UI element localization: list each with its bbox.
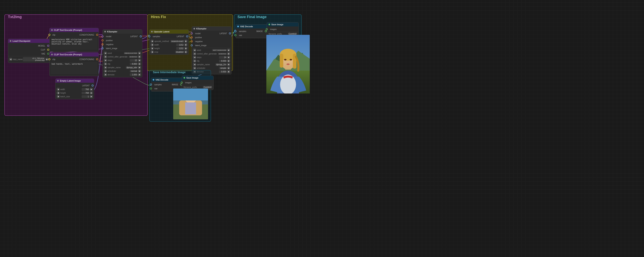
port-clip-in-positive: clip CONDITIONING [50, 33, 98, 37]
vae-decode-final-dot [237, 26, 239, 27]
width-field[interactable]: ◀ width 768 ▶ [56, 87, 94, 91]
svg-point-18 [290, 59, 292, 60]
svg-point-19 [286, 63, 290, 65]
ul-width-field[interactable]: ◀ width 1152 ▶ [150, 43, 188, 46]
height-field[interactable]: ◀ height 768 ▶ [56, 91, 94, 95]
node-upscale-latent-title: Upscale Latent [150, 30, 188, 34]
port-latent-out: LATENT [56, 84, 94, 87]
port-vae-out: VAE [8, 52, 50, 56]
port-clip-in-negative: clip CONDITIONING [50, 57, 98, 61]
node-ksampler-hiresfix-title: KSampler [192, 27, 231, 31]
port-vae-in-vd2: vae [236, 33, 267, 37]
k1-sampler-field[interactable]: ◀ sampler_name dpmpp_sde ▶ [103, 66, 142, 69]
k2-scheduler-field[interactable]: ◀ scheduler simple ▶ [192, 66, 231, 70]
k1-denoise-field[interactable]: ◀ denoise 1.000 ▶ [103, 73, 142, 76]
vae-decode-int-dot [153, 79, 154, 81]
node-empty-latent: Empty Latent Image LATENT ◀ width 768 ▶ … [55, 79, 94, 99]
node-save-image-final-title: Save Image [267, 22, 298, 26]
width-prev-btn[interactable]: ◀ [57, 88, 60, 91]
save-img-int-dot [184, 77, 185, 79]
port-positive-in-k1: positive [103, 38, 142, 42]
ul-crop-field[interactable]: ◀ crop disabled ▶ [150, 50, 188, 54]
k2-steps-field[interactable]: ◀ steps 14 ▶ [192, 55, 231, 59]
k2-seed-field[interactable]: ◀ seed 469771604043268 ▶ [192, 48, 231, 52]
node-save-image-intermediate: Save Image images filename_prefix ComfyU… [182, 76, 214, 90]
node-clip-negative: CLIP Text Encode (Prompt) clip CONDITION… [49, 52, 99, 76]
thumbnail-intermediate [173, 88, 208, 119]
batch-prev-btn[interactable]: ◀ [57, 95, 60, 98]
svg-rect-4 [185, 102, 196, 114]
ckpt-prev-btn[interactable]: ◀ [9, 58, 12, 61]
port-model-out: MODEL [8, 44, 50, 48]
node-load-checkpoint: Load Checkpoint MODEL CLIP VAE ◀ ckpt_na… [8, 39, 50, 63]
node-load-checkpoint-title: Load Checkpoint [8, 39, 50, 43]
clip-negative-dot [51, 54, 53, 55]
width-next-btn[interactable]: ▶ [90, 88, 93, 91]
clip-positive-dot [51, 29, 53, 31]
port-model-in-k1: model LATENT [103, 34, 142, 38]
k1-scheduler-field[interactable]: ◀ scheduler normal ▶ [103, 69, 142, 73]
port-positive-in-k2: positive [192, 35, 231, 39]
positive-prompt-input[interactable]: masterpiece HDR victorian portrait paint… [51, 38, 97, 49]
node-clip-positive: CLIP Text Encode (Prompt) clip CONDITION… [49, 28, 99, 52]
ul-method-field[interactable]: ◀ upscale_method nearest-exact ▶ [150, 39, 188, 43]
node-vae-decode-intermediate-title: VAE Decode [151, 78, 182, 82]
node-vae-decode-final: VAE Decode samples IMAGE vae [236, 24, 267, 38]
node-save-image-final: Save Image images filename_prefix ComfyU… [267, 22, 298, 37]
ksampler-txt2img-dot [104, 31, 106, 32]
svg-rect-15 [280, 54, 283, 68]
k1-steps-field[interactable]: ◀ steps 12 ▶ [103, 58, 142, 62]
group-save-intermediate-title: Save Intermediate Image [152, 70, 187, 74]
port-samples-in-vd2: samples IMAGE [236, 29, 267, 33]
batch-next-btn[interactable]: ▶ [90, 95, 93, 98]
negative-prompt-input[interactable]: bad hands, text, watermark [51, 62, 97, 74]
node-clip-negative-title: CLIP Text Encode (Prompt) [50, 52, 98, 56]
save-img-final-dot [268, 24, 270, 25]
port-model-in-k2: model LATENT [192, 31, 231, 35]
negative-prompt-area[interactable]: bad hands, text, watermark [50, 61, 98, 75]
group-hiresfix-title: Hires Fix [150, 14, 167, 19]
node-vae-decode-final-title: VAE Decode [236, 24, 267, 28]
ckpt-next-btn[interactable]: ▶ [46, 58, 48, 61]
node-ksampler-txt2img: KSampler model LATENT positive negative … [102, 29, 142, 77]
k2-sampler-field[interactable]: ◀ sampler_name dpmpp_2m ▶ [192, 63, 231, 66]
k2-control-field[interactable]: ◀ control_after_generate randomize ▶ [192, 52, 231, 55]
height-prev-btn[interactable]: ◀ [57, 91, 60, 94]
port-samples-in-ul: samples LATENT [150, 34, 188, 38]
port-clip-out: CLIP [8, 48, 50, 52]
load-checkpoint-dot [10, 40, 11, 42]
node-ksampler-txt2img-title: KSampler [103, 30, 142, 34]
port-negative-in-k1: negative [103, 42, 142, 46]
ksampler-hiresfix-dot [194, 28, 195, 29]
svg-rect-5 [173, 88, 208, 100]
node-ksampler-hiresfix: KSampler model LATENT positive negative … [192, 26, 232, 74]
svg-point-17 [284, 59, 286, 60]
port-negative-in-k2: negative [192, 39, 231, 43]
height-next-btn[interactable]: ▶ [90, 91, 93, 94]
empty-latent-dot [57, 80, 59, 82]
k2-cfg-field[interactable]: ◀ cfg 8.000 ▶ [192, 59, 231, 63]
node-clip-positive-title: CLIP Text Encode (Prompt) [50, 28, 98, 32]
ckpt-name-field[interactable]: ◀ ckpt_name v2-1_768-ema-pruned.ckpt ▶ [8, 57, 50, 62]
group-txt2img-title: Txt2Img [7, 14, 23, 19]
port-images-in-si2: images [267, 27, 298, 31]
k1-seed-field[interactable]: ◀ seed 89848141647836 ▶ [103, 51, 142, 55]
positive-prompt-area[interactable]: masterpiece HDR victorian portrait paint… [50, 37, 98, 51]
node-upscale-latent: Upscale Latent samples LATENT ◀ upscale_… [149, 29, 189, 55]
port-latent-in-k2: latent_image [192, 43, 231, 47]
k1-cfg-field[interactable]: ◀ cfg 8.000 ▶ [103, 62, 142, 66]
batch-size-field[interactable]: ◀ batch_size 1 ▶ [56, 95, 94, 98]
group-savefinal-title: Save Final Image [236, 14, 268, 19]
ul-height-field[interactable]: ◀ height 1152 ▶ [150, 46, 188, 50]
port-latent-in-k1: latent_image [103, 46, 142, 50]
node-empty-latent-title: Empty Latent Image [56, 79, 94, 83]
port-images-in-si1: images [182, 81, 214, 84]
portrait-final [266, 35, 310, 93]
port-samples-in-vd1: samples IMAGE [151, 83, 182, 86]
upscale-latent-dot [151, 31, 153, 32]
k1-control-field[interactable]: ◀ control_after_generate randomize ▶ [103, 55, 142, 58]
node-save-image-intermediate-title: Save Image [182, 76, 214, 80]
